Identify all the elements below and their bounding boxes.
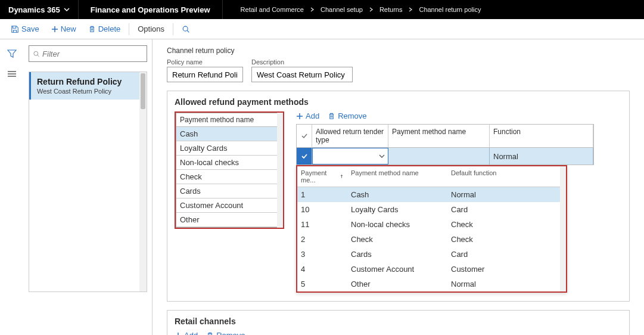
pm-item[interactable]: Non-local checks (176, 156, 282, 170)
top-bar: Dynamics 365 Finance and Operations Prev… (0, 0, 644, 19)
delete-button[interactable]: Delete (82, 19, 127, 39)
row-check[interactable] (297, 148, 312, 165)
link-label: Add (306, 111, 319, 120)
list-icon (7, 70, 17, 77)
search-icon (182, 25, 190, 33)
breadcrumb-item[interactable]: Retail and Commerce (241, 6, 304, 13)
add-tender-button[interactable]: Add (296, 111, 319, 120)
cmd-label: Options (138, 24, 164, 33)
trash-icon (206, 331, 214, 335)
main-content: Channel return policy Policy name Descri… (153, 39, 644, 335)
filter-rail-button[interactable] (5, 48, 19, 60)
search-button[interactable] (176, 19, 198, 39)
dropdown-row[interactable]: 10Loyalty CardsCard (297, 202, 566, 217)
dd-cell-func: Normal (447, 278, 566, 290)
scrollbar[interactable] (139, 72, 147, 291)
dd-cell-name: Check (347, 234, 447, 245)
dropdown-row[interactable]: 2CheckCheck (297, 232, 566, 247)
plus-icon (296, 113, 303, 120)
remove-tender-button[interactable]: Remove (328, 111, 366, 120)
left-rail (0, 39, 24, 335)
breadcrumb-item[interactable]: Channel setup (321, 6, 363, 13)
save-button[interactable]: Save (5, 19, 45, 39)
scrollbar-thumb[interactable] (141, 73, 145, 109)
chevron-down-icon (64, 7, 70, 13)
tender-type-dropdown-popup: Payment me... Payment method name Defaul… (296, 165, 567, 293)
left-pane: Return Refund Policy West Coast Return P… (24, 39, 153, 335)
row-pname (388, 148, 490, 165)
policy-name-input[interactable] (167, 67, 243, 82)
pm-item[interactable]: Cards (176, 184, 282, 198)
plus-icon (175, 332, 182, 336)
field-label: Policy name (167, 58, 243, 66)
table-header: Allowed return tender type Payment metho… (297, 125, 593, 148)
table-row[interactable]: Normal (297, 148, 593, 165)
dropdown-row[interactable]: 5OtherNormal (297, 277, 566, 291)
filter-input[interactable] (40, 49, 143, 58)
dd-cell-name: Non-local checks (347, 219, 447, 230)
scrollbar[interactable] (560, 166, 566, 291)
options-button[interactable]: Options (132, 19, 170, 39)
dropdown-row[interactable]: 11Non-local checksCheck (297, 217, 566, 232)
breadcrumb-item[interactable]: Returns (379, 6, 403, 13)
tender-type-select[interactable] (313, 148, 388, 164)
page-title: Channel return policy (167, 46, 630, 55)
col-header[interactable]: Payment method name (388, 125, 490, 147)
pm-item[interactable]: Loyalty Cards (176, 141, 282, 156)
dd-cell-num: 4 (297, 263, 347, 275)
separator (173, 23, 173, 35)
chevron-right-icon (408, 7, 413, 12)
field-label: Description (251, 58, 353, 66)
policy-card[interactable]: Return Refund Policy West Coast Return P… (29, 72, 139, 100)
dd-cell-num: 5 (297, 278, 347, 290)
dd-cell-name: Loyalty Cards (347, 204, 447, 215)
dd-cell-func: Customer (447, 263, 566, 275)
pm-item[interactable]: Cash (176, 127, 282, 141)
dropdown-header: Payment me... Payment method name Defaul… (297, 166, 566, 187)
pm-list-header: Payment method name (176, 113, 282, 127)
workspace: Return Refund Policy West Coast Return P… (0, 39, 644, 335)
dd-col-header[interactable]: Payment me... (297, 166, 347, 187)
brand-label: Dynamics 365 (8, 5, 60, 14)
new-button[interactable]: New (45, 19, 82, 39)
module-label: Finance and Operations Preview (79, 0, 223, 19)
col-check[interactable] (297, 125, 312, 147)
policy-card-title: Return Refund Policy (37, 77, 133, 86)
list-rail-button[interactable] (5, 68, 19, 80)
dd-cell-func: Card (447, 249, 566, 260)
cmd-label: Save (21, 24, 39, 33)
payment-method-listbox: Payment method name CashLoyalty CardsNon… (176, 113, 283, 228)
dd-cell-func: Card (447, 204, 566, 215)
trash-icon (328, 112, 335, 120)
section-title: Allowed refund payment methods (175, 97, 622, 107)
dd-cell-num: 11 (297, 219, 347, 230)
dropdown-row[interactable]: 3CardsCard (297, 247, 566, 262)
dd-cell-func: Check (447, 219, 566, 230)
description-input[interactable] (251, 67, 353, 82)
description-field: Description (251, 58, 353, 82)
remove-channel-button[interactable]: Remove (206, 331, 245, 335)
filter-box[interactable] (29, 45, 147, 62)
pm-item[interactable]: Customer Account (176, 198, 282, 213)
col-header[interactable]: Allowed return tender type (312, 125, 388, 147)
dd-col-header[interactable]: Payment method name (347, 166, 447, 187)
policy-list: Return Refund Policy West Coast Return P… (29, 72, 147, 292)
dropdown-row[interactable]: 4Customer AccountCustomer (297, 262, 566, 277)
pm-item[interactable]: Other (176, 213, 282, 227)
col-header[interactable]: Function (490, 125, 593, 147)
scrollbar[interactable] (277, 113, 283, 228)
brand-switcher[interactable]: Dynamics 365 (0, 0, 79, 19)
dropdown-row[interactable]: 1CashNormal (297, 187, 566, 202)
pm-item[interactable]: Check (176, 170, 282, 184)
search-icon (33, 50, 40, 58)
tender-type-dropdown[interactable] (312, 148, 388, 165)
funnel-icon (7, 49, 17, 58)
dd-col-header[interactable]: Default function (447, 166, 566, 187)
dd-cell-num: 3 (297, 249, 347, 260)
dd-cell-num: 2 (297, 234, 347, 245)
policy-name-field: Policy name (167, 58, 243, 82)
link-label: Remove (216, 331, 245, 335)
section-title: Retail channels (175, 317, 622, 326)
add-channel-button[interactable]: Add (175, 331, 198, 335)
chevron-right-icon (369, 7, 374, 12)
